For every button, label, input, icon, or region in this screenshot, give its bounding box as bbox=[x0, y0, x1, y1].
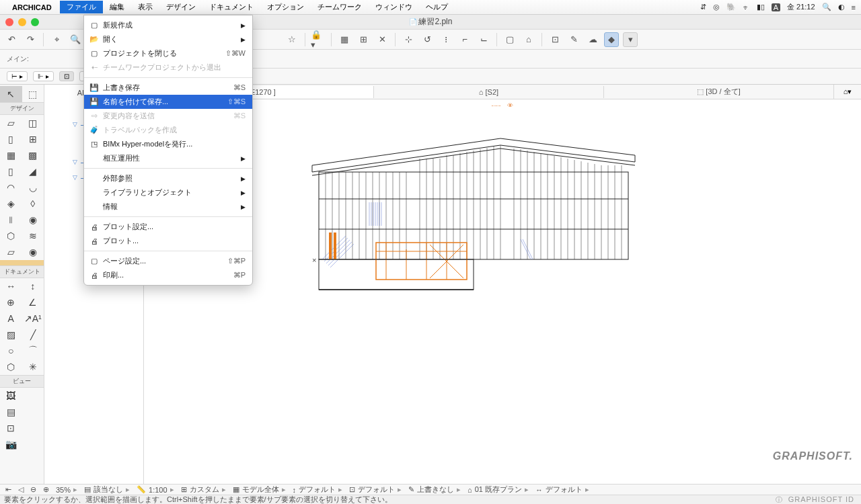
status-layer[interactable]: 該当なし bbox=[93, 485, 123, 495]
menu-item[interactable]: 🖨プロット... bbox=[84, 234, 252, 248]
view2-button[interactable]: ⌂ bbox=[521, 32, 536, 47]
tool-beam[interactable]: ▯ bbox=[0, 163, 22, 179]
brand-id[interactable]: ⓘ GRAPHISOFT ID bbox=[776, 495, 854, 505]
battery-icon[interactable]: ▮▯ bbox=[757, 3, 765, 11]
tool-v2[interactable] bbox=[22, 388, 44, 404]
nav-first[interactable]: ⇤ bbox=[5, 485, 11, 494]
spotlight-icon[interactable]: 🔍 bbox=[822, 3, 831, 11]
menu-item[interactable]: ▢プロジェクトを閉じる⇧⌘W bbox=[84, 46, 252, 60]
tab-3d[interactable]: ⬚ [3D / 全て] bbox=[604, 85, 834, 99]
status-plan[interactable]: 01 既存プラン bbox=[475, 485, 522, 495]
favorite-button[interactable]: ☆ bbox=[285, 32, 299, 47]
status-d3[interactable]: デフォルト bbox=[546, 485, 583, 495]
menu-icon[interactable]: ≡ bbox=[852, 3, 856, 11]
layers-button[interactable]: ▦ bbox=[337, 32, 352, 47]
zoom-out[interactable]: ⊖ bbox=[30, 485, 36, 494]
dropbox-icon[interactable]: ⇵ bbox=[700, 3, 706, 11]
menu-item[interactable]: 🖨プロット設定... bbox=[84, 220, 252, 234]
zoom-button[interactable] bbox=[31, 18, 39, 26]
dropdown-button[interactable]: ▾ bbox=[623, 32, 638, 47]
prop2-button[interactable]: ✎ bbox=[566, 32, 581, 47]
status-model[interactable]: モデル全体 bbox=[242, 485, 279, 495]
cancel-button[interactable]: ✕ bbox=[375, 32, 389, 47]
menu-teamwork[interactable]: チームワーク bbox=[311, 1, 369, 13]
tool-spline[interactable]: ✳ bbox=[22, 359, 44, 375]
tool-line[interactable]: ╱ bbox=[22, 327, 44, 343]
tool-lamp[interactable]: ◉ bbox=[22, 212, 44, 228]
tool-stair[interactable]: ⦀ bbox=[0, 212, 22, 228]
menu-item[interactable]: 📂開く▶ bbox=[84, 32, 252, 46]
tool-angle[interactable]: ∠ bbox=[22, 294, 44, 310]
tool-label[interactable]: ↗A¹ bbox=[22, 310, 44, 327]
redo-button[interactable]: ↷ bbox=[23, 32, 38, 47]
tool-arrow[interactable]: ↖ bbox=[0, 86, 22, 102]
menu-options[interactable]: オプション bbox=[260, 1, 311, 13]
menu-item[interactable]: 情報▶ bbox=[84, 200, 252, 214]
tool-camera[interactable]: 📷 bbox=[0, 436, 22, 452]
tool-v4[interactable] bbox=[22, 404, 44, 420]
trace-button[interactable]: ◆ bbox=[604, 32, 619, 47]
view1-button[interactable]: ▢ bbox=[502, 32, 517, 47]
tool-radial[interactable]: ⊕ bbox=[0, 294, 22, 310]
menu-item[interactable]: ◳BIMx Hyper-modelを発行... bbox=[84, 137, 252, 151]
chip-1[interactable]: ⊢ ▸ bbox=[7, 71, 28, 81]
find-button[interactable]: 🔍 bbox=[68, 32, 83, 47]
tool-light[interactable]: ◉ bbox=[22, 244, 44, 260]
tool-level[interactable]: ↕ bbox=[22, 278, 44, 294]
tool-object[interactable]: ◊ bbox=[22, 196, 44, 212]
zoom-value[interactable]: 35% bbox=[56, 486, 71, 494]
tool-v8[interactable] bbox=[22, 436, 44, 452]
tool-window[interactable]: ▯ bbox=[0, 131, 22, 147]
menu-item[interactable]: 🖨印刷...⌘P bbox=[84, 268, 252, 282]
menu-item[interactable]: 💾名前を付けて保存...⇧⌘S bbox=[84, 95, 252, 109]
tool-roof[interactable]: ▩ bbox=[22, 147, 44, 163]
status-d1[interactable]: デフォルト bbox=[299, 485, 336, 495]
tool-fill[interactable]: ▨ bbox=[0, 327, 22, 343]
tool-poly[interactable]: ⬡ bbox=[0, 359, 22, 375]
snap4-button[interactable]: ⌐ bbox=[457, 32, 472, 47]
cloud-icon[interactable]: ◎ bbox=[713, 3, 720, 11]
tool-zone[interactable]: ⬡ bbox=[0, 228, 22, 244]
tool-wall[interactable]: ▱ bbox=[0, 115, 22, 131]
tool-text[interactable]: A bbox=[0, 310, 22, 327]
tool-mesh[interactable]: ◠ bbox=[0, 179, 22, 196]
clock[interactable]: 金 21:12 bbox=[787, 2, 815, 12]
menu-item[interactable]: ▢ページ設定...⇧⌘P bbox=[84, 254, 252, 268]
menu-item[interactable]: 相互運用性▶ bbox=[84, 151, 252, 165]
tool-marquee[interactable]: ⬚ bbox=[22, 86, 44, 102]
tool-opening[interactable]: ▱ bbox=[0, 244, 22, 260]
menu-help[interactable]: ヘルプ bbox=[419, 1, 455, 13]
tool-shell[interactable]: ◢ bbox=[22, 163, 44, 179]
snap5-button[interactable]: ⌙ bbox=[476, 32, 491, 47]
snap2-button[interactable]: ↺ bbox=[420, 32, 435, 47]
status-scale[interactable]: 1:100 bbox=[149, 486, 167, 494]
pick-button[interactable]: ⌖ bbox=[49, 32, 64, 47]
tool-slab[interactable]: ▦ bbox=[0, 147, 22, 163]
lock-button[interactable]: 🔒▾ bbox=[311, 32, 326, 47]
tool-morph[interactable]: ◈ bbox=[0, 196, 22, 212]
grid-button[interactable]: ⊞ bbox=[356, 32, 371, 47]
wifi-icon[interactable]: ᯤ bbox=[743, 3, 750, 11]
tool-curtain[interactable]: ◡ bbox=[22, 179, 44, 196]
input-icon[interactable]: A bbox=[772, 3, 780, 11]
menu-view[interactable]: 表示 bbox=[131, 1, 159, 13]
tool-drawing[interactable]: ▤ bbox=[0, 404, 22, 420]
tool-door[interactable]: ◫ bbox=[22, 115, 44, 131]
evernote-icon[interactable]: 🐘 bbox=[726, 3, 736, 11]
prop3-button[interactable]: ☁ bbox=[585, 32, 600, 47]
menu-window[interactable]: ウィンドウ bbox=[369, 1, 419, 13]
zoom-in[interactable]: ⊕ bbox=[43, 485, 49, 494]
menu-edit[interactable]: 編集 bbox=[103, 1, 131, 13]
tool-v6[interactable] bbox=[22, 420, 44, 436]
prop1-button[interactable]: ⊡ bbox=[548, 32, 562, 47]
chip-2[interactable]: ⊩ ▸ bbox=[33, 71, 54, 81]
tool-railing[interactable]: ≋ bbox=[22, 228, 44, 244]
tab-nav[interactable]: ⌂▾ bbox=[834, 87, 861, 96]
tool-image[interactable]: 🖼 bbox=[0, 388, 22, 404]
nav-prev[interactable]: ◁ bbox=[18, 485, 24, 494]
tool-column[interactable]: ⊞ bbox=[22, 131, 44, 147]
tool-section[interactable]: ⊡ bbox=[0, 420, 22, 436]
status-d2[interactable]: デフォルト bbox=[358, 485, 395, 495]
snap1-button[interactable]: ⊹ bbox=[401, 32, 416, 47]
minimize-button[interactable] bbox=[18, 18, 26, 26]
